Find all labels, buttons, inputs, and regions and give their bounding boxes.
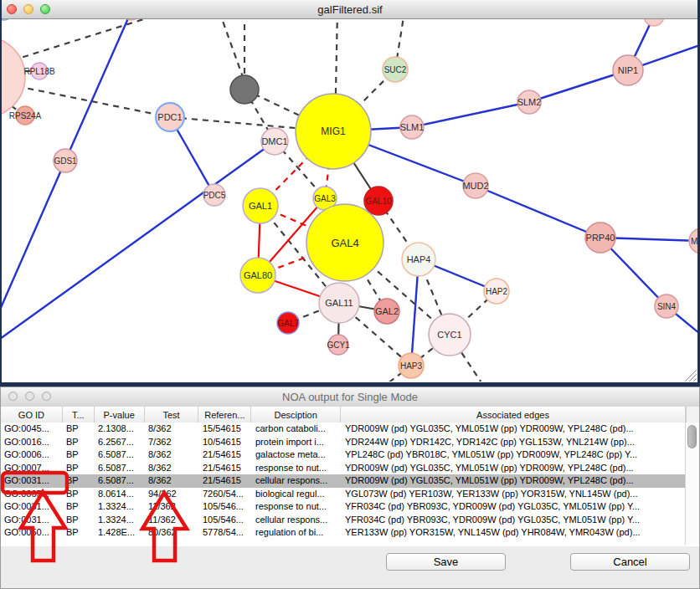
column-header-associated-edges[interactable]: Associated edges (341, 407, 686, 423)
column-header-p-value[interactable]: P-value (95, 407, 145, 423)
button-bar: Save Cancel (1, 545, 699, 588)
network-window-titlebar: galFiltered.sif (0, 0, 700, 19)
network-canvas[interactable]: RPL18BRPS24AGDS1PDC1DMC1MIG1SUC2SLM1SLM2… (0, 18, 700, 382)
node-label-HAP3: HAP3 (400, 361, 423, 371)
cell: 8.0614... (95, 488, 145, 501)
vertical-scrollbar[interactable] (685, 423, 699, 545)
node-label-GAL3: GAL3 (314, 194, 336, 203)
cell: 15/54615 (199, 423, 252, 436)
node-label-SIN4: SIN4 (657, 302, 677, 311)
network-window-title: galFiltered.sif (317, 3, 382, 16)
zoom-button-inactive[interactable] (42, 392, 51, 401)
node-label-PDC5: PDC5 (203, 191, 226, 200)
column-header-go-id[interactable]: GO ID (1, 407, 63, 423)
cell: BP (63, 423, 95, 436)
cell: 7260/54... (199, 488, 252, 501)
cell: YDR009W (pd) YGL035C, YML051W (pp) YDR00… (342, 462, 687, 475)
node-label-RPS24A: RPS24A (9, 111, 42, 120)
cell: BP (63, 462, 95, 475)
cell: 1.428E... (95, 526, 145, 540)
minimize-button[interactable] (23, 4, 33, 14)
column-header-test[interactable]: Test (145, 407, 199, 423)
cell: 21/54615 (199, 474, 252, 488)
cell: 6.2567... (95, 436, 145, 449)
node-unlabeled[interactable] (644, 18, 664, 26)
cell: regulation of bi... (252, 526, 342, 540)
table-row[interactable]: GO:0031...BP1.3324...11/362105/546...res… (1, 500, 699, 514)
cell: BP (63, 474, 95, 488)
cell: 8/362 (145, 423, 199, 436)
cancel-button[interactable]: Cancel (570, 553, 690, 571)
cell: galactose meta... (252, 448, 342, 462)
cell: protein import i... (252, 436, 342, 449)
table-row[interactable]: GO:0065...BP8.0614...94/3627260/54...bio… (1, 488, 699, 501)
table-row-selected[interactable]: GO:0031...BP6.5087...8/36221/54615cellul… (1, 474, 699, 488)
column-header-referen-[interactable]: Referen... (198, 407, 251, 423)
node-label-MSL1: MSL1 (691, 237, 700, 246)
cell: response to nut... (252, 462, 342, 475)
cell: 8/362 (145, 462, 199, 475)
cell: BP (63, 500, 95, 514)
noa-window: NOA output for Single Mode GO IDT...P-va… (0, 387, 700, 589)
noa-window-title: NOA output for Single Mode (282, 391, 418, 403)
column-header-desciption[interactable]: Desciption (251, 407, 341, 423)
node-label-DMC1: DMC1 (261, 136, 287, 146)
cell: 1.3324... (95, 500, 145, 514)
cell: 80/362 (145, 526, 199, 540)
node-label-MIG1: MIG1 (321, 125, 346, 137)
close-button-inactive[interactable] (8, 392, 18, 401)
resize-grip[interactable] (685, 370, 697, 382)
node-label-GAL2: GAL2 (375, 306, 399, 316)
cell: GO:0016... (1, 436, 63, 449)
cell: YPL248C (pd) YBR018C, YML051W (pp) YDR00… (342, 448, 687, 462)
table-row[interactable]: GO:0006...BP6.5087...8/36221/54615galact… (1, 448, 699, 462)
cell: 11/362 (145, 500, 199, 514)
cell: 10/54615 (199, 436, 252, 449)
node-label-GAL7: GAL7 (277, 319, 299, 328)
node-label-RPL18B: RPL18B (23, 67, 55, 76)
results-table: GO:0045...BP2.1308...8/36215/54615carbon… (1, 423, 699, 546)
network-window: galFiltered.sif RPL18BRPS24AGDS1PDC1DMC1… (0, 0, 700, 387)
table-row[interactable]: GO:0031...BP1.3324...11/362105/546...cel… (1, 514, 699, 527)
cell: YDR009W (pd) YGL035C, YML051W (pp) YDR00… (342, 474, 687, 488)
cell: GO:0050... (1, 526, 63, 540)
node-label-GCY1: GCY1 (327, 341, 350, 350)
cell: cellular respons... (252, 514, 342, 527)
noa-titlebar: NOA output for Single Mode (1, 387, 699, 407)
cell: GO:0045... (1, 423, 63, 436)
cell: 8/362 (145, 474, 199, 488)
cell: cellular respons... (252, 474, 342, 488)
save-button[interactable]: Save (386, 553, 506, 571)
close-button[interactable] (7, 4, 17, 14)
cell: 6.5087... (95, 448, 145, 462)
table-row[interactable]: GO:0007...BP6.5087...8/36221/54615respon… (1, 462, 699, 475)
column-header-t-[interactable]: T... (63, 407, 95, 423)
cell: 21/54615 (199, 448, 252, 462)
cell: YGL073W (pd) YER103W, YER133W (pp) YOR31… (342, 488, 687, 501)
cell: 6.5087... (95, 474, 145, 488)
table-row[interactable]: GO:0050...BP1.428E...80/3625778/54...reg… (1, 526, 699, 540)
table-row[interactable]: GO:0016...BP6.2567...7/36210/54615protei… (1, 436, 699, 449)
scrollbar-thumb[interactable] (687, 425, 697, 448)
cell: GO:0031... (1, 474, 63, 488)
minimize-button-inactive[interactable] (25, 392, 34, 401)
edge (412, 102, 529, 127)
cell: YFR034C (pd) YBR093C, YDR009W (pd) YGL03… (342, 500, 687, 514)
cell: BP (63, 526, 95, 540)
node-label-GAL4: GAL4 (331, 237, 358, 249)
edge (476, 186, 600, 238)
cell: 105/546... (199, 514, 252, 527)
node-label-GAL1: GAL1 (249, 201, 272, 211)
edge (219, 18, 243, 77)
cell: GO:0031... (1, 500, 63, 514)
cell: 105/546... (199, 500, 252, 514)
zoom-button[interactable] (40, 4, 50, 14)
cell: carbon cataboli... (252, 423, 342, 436)
table-row[interactable]: GO:0045...BP2.1308...8/36215/54615carbon… (1, 423, 699, 436)
node-label-PDC1: PDC1 (157, 112, 182, 122)
node-label-GAL10: GAL10 (365, 197, 392, 206)
node-unlabeled[interactable] (0, 37, 25, 117)
edge (0, 141, 275, 339)
cell: 6.5087... (95, 462, 145, 475)
node-unlabeled[interactable] (230, 75, 259, 104)
